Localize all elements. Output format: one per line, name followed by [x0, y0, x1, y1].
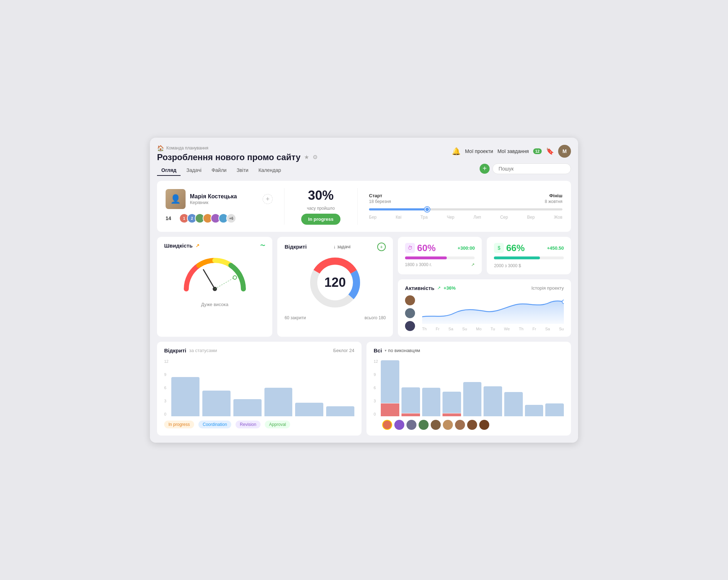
header-nav: Огляд Задачі Файли Звіти Календар: [157, 165, 318, 176]
progress-section: 30% часу пройшло In progress: [296, 188, 346, 225]
all-title: Всі: [374, 347, 382, 353]
budget-left: $ 66%: [494, 243, 525, 254]
divider: [284, 188, 284, 225]
status-button[interactable]: In progress: [301, 214, 341, 225]
header: 🏠 Команда планування Розроблення нового …: [157, 145, 571, 176]
time-icon: ⏱: [405, 243, 415, 253]
assignee-avatar-1: [382, 420, 392, 430]
open-status-card: Відкриті за статусами Беклог 24 129630: [157, 342, 362, 436]
add-member-button[interactable]: +: [263, 194, 273, 204]
timeline: Старт 18 березня Фініш 8 жовтня БерКвіТр…: [369, 193, 562, 220]
budget-header: $ 66% +450.50: [494, 243, 564, 254]
assignee-avatar-8: [467, 420, 477, 430]
manager-name: Марія Костецька: [190, 193, 237, 200]
manager-details: Марія Костецька Керівник: [190, 193, 237, 205]
activity-title-row: Активність ↗ +36%: [405, 285, 456, 291]
badge-approval: Approval: [265, 421, 290, 428]
closed-count: 60 закрити: [284, 315, 306, 320]
open-status-sub: за статусами: [189, 348, 217, 353]
assignee-avatar-2: [394, 420, 404, 430]
speed-title: Швидкість ↗ 〜: [164, 243, 265, 249]
assignee-bars-container: [381, 360, 564, 416]
start-date: 18 березня: [369, 199, 391, 204]
time-left: ⏱ 60%: [405, 243, 436, 254]
time-footer: 1800 з 3000 г. ↗: [405, 262, 475, 267]
bar-2: [202, 391, 231, 416]
add-button[interactable]: +: [480, 164, 490, 174]
user-avatar[interactable]: М: [558, 145, 571, 158]
team-members: 14 1 2 +6: [166, 213, 273, 223]
tasks-dropdown[interactable]: ↓ задачі: [333, 244, 350, 249]
speed-card: Швидкість ↗ 〜: [157, 237, 272, 337]
avatar-more: +6: [226, 213, 236, 223]
donut-wrapper: 120: [307, 254, 364, 311]
timeline-months: БерКвіТраЧерЛипСерВерЖов: [369, 215, 562, 220]
manager-role: Керівник: [190, 200, 237, 205]
manager-section: 👤 Марія Костецька Керівник + 14 1 2: [166, 189, 273, 223]
time-header: ⏱ 60% +300:00: [405, 243, 475, 254]
time-arrow: ↗: [471, 262, 475, 267]
time-sub: 1800 з 3000 г.: [405, 262, 432, 267]
activity-avatar-2: [405, 308, 415, 318]
right-panel: ⏱ 60% +300:00 1800 з 3000 г. ↗: [398, 237, 571, 337]
budget-footer: 2000 з 3000 $: [494, 262, 564, 269]
chevron-down-icon: ▾: [385, 348, 386, 352]
svg-line-0: [203, 270, 215, 289]
top-info-card: 👤 Марія Костецька Керівник + 14 1 2: [157, 181, 571, 232]
activity-avatars: [405, 295, 415, 331]
bar-4: [264, 388, 293, 416]
all-assignee-card: Всі ▾ по виконавцям 129630: [366, 342, 571, 436]
donut-footer: 60 закрити всього 180: [284, 315, 385, 320]
open-status-bars: 129630: [164, 359, 354, 416]
badge-revision: Revision: [236, 421, 261, 428]
history-link[interactable]: Історія проекту: [531, 285, 564, 291]
open-status-title: Відкриті: [164, 347, 186, 353]
donut-center: 120: [324, 275, 346, 290]
speed-label: Дуже висока: [201, 302, 228, 307]
avatars-row: 1 2 +6: [179, 213, 236, 223]
assignee-dropdown[interactable]: ▾ по виконавцям: [385, 348, 420, 353]
timeline-fill: [369, 208, 427, 210]
nav-reports[interactable]: Звіти: [232, 165, 253, 176]
arrow-icon: ↗: [196, 243, 199, 248]
star-button[interactable]: ★: [304, 154, 309, 161]
notification-icon[interactable]: 🔔: [452, 147, 461, 156]
tasks-badge: 12: [533, 148, 542, 154]
tasks-header: Відкриті ↓ задачі +: [284, 243, 385, 251]
manager-avatar: 👤: [166, 189, 186, 209]
home-icon[interactable]: 🏠: [157, 145, 164, 152]
my-tasks-link[interactable]: Мої завдання: [497, 148, 529, 154]
budget-sub: 2000 з 3000 $: [494, 263, 521, 268]
search-bar: +: [480, 163, 571, 174]
header-actions: 🔔 Мої проекти Мої завдання 12 🔖 М: [452, 145, 571, 158]
bookmark-icon[interactable]: 🔖: [546, 147, 554, 155]
nav-tasks[interactable]: Задачі: [182, 165, 206, 176]
speed-gauge: Дуже висока: [164, 253, 265, 307]
nav-overview[interactable]: Огляд: [157, 165, 181, 176]
nav-files[interactable]: Файли: [207, 165, 231, 176]
assignee-bar-1: [381, 360, 399, 416]
main-content: 👤 Марія Костецька Керівник + 14 1 2: [157, 181, 571, 436]
my-projects-link[interactable]: Мої проекти: [465, 148, 493, 154]
progress-label: часу пройшло: [307, 206, 335, 211]
gear-button[interactable]: ⚙: [313, 154, 318, 161]
middle-row: Швидкість ↗ 〜: [157, 237, 571, 337]
activity-delta: +36%: [444, 285, 456, 291]
status-badges: In progress Coordination Revision Approv…: [164, 421, 354, 428]
search-input[interactable]: [492, 163, 571, 174]
open-status-chart: 129630: [164, 359, 354, 428]
nav-calendar[interactable]: Календар: [254, 165, 285, 176]
all-assignee-title-row: Всі ▾ по виконавцям: [374, 347, 420, 353]
assignee-bar-8: [525, 405, 544, 416]
activity-title: Активність: [405, 285, 434, 291]
metrics-row: ⏱ 60% +300:00 1800 з 3000 г. ↗: [398, 237, 571, 274]
assignee-bar-3: [422, 388, 441, 416]
timeline-dot: [425, 207, 430, 212]
activity-chart: ThFrSaSuMoTuWeThFrSaSu: [422, 295, 564, 331]
assignee-avatar-3: [406, 420, 416, 430]
activity-body: ThFrSaSuMoTuWeThFrSaSu: [405, 295, 564, 331]
y-axis-2: 129630: [374, 359, 381, 416]
start-label: Старт: [369, 193, 391, 198]
add-task-button[interactable]: +: [377, 243, 386, 251]
team-label: Команда планування: [166, 146, 208, 151]
